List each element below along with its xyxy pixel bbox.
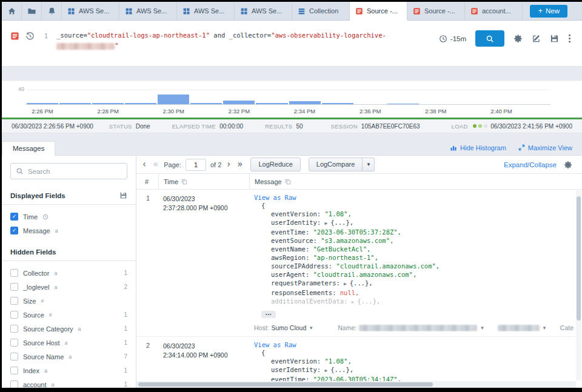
hidden-field-row[interactable]: Size# bbox=[2, 294, 136, 308]
search-button[interactable] bbox=[475, 30, 504, 47]
more-options-icon[interactable] bbox=[568, 34, 571, 43]
field-checkbox[interactable] bbox=[10, 269, 18, 277]
histogram-bar[interactable] bbox=[190, 103, 222, 104]
maximize-view-link[interactable]: Maximize View bbox=[518, 144, 572, 151]
table-settings-gear-icon[interactable] bbox=[564, 161, 572, 169]
hidden-field-row[interactable]: Indexa1 bbox=[2, 364, 136, 377]
field-checkbox[interactable]: ✓ bbox=[10, 213, 18, 221]
hidden-field-row[interactable]: Collectora1 bbox=[2, 266, 136, 280]
logcompare-dropdown-icon[interactable]: ▼ bbox=[363, 158, 375, 171]
fields-search-box[interactable] bbox=[10, 163, 127, 179]
last-page-icon[interactable]: » bbox=[236, 160, 244, 169]
view-as-raw-link[interactable]: View as Raw bbox=[254, 341, 576, 348]
host-value: Sumo Cloud bbox=[272, 324, 307, 331]
fields-search-input[interactable] bbox=[28, 168, 122, 175]
logcompare-button[interactable]: LogCompare bbox=[309, 158, 363, 171]
horizontal-scrollbar[interactable] bbox=[136, 381, 576, 388]
histogram-bar[interactable] bbox=[289, 101, 321, 104]
copy-icon[interactable] bbox=[285, 179, 291, 185]
log-source-icon bbox=[10, 32, 19, 41]
time-range-selector[interactable]: -15m bbox=[439, 35, 466, 43]
query-input[interactable]: _source="cloudtrail-logs-ap-northeast-1"… bbox=[56, 30, 386, 60]
hidden-field-row[interactable]: Source Namea7 bbox=[2, 350, 136, 364]
save-fields-icon[interactable] bbox=[119, 191, 127, 199]
query-history-icon[interactable] bbox=[25, 32, 35, 41]
home-button[interactable] bbox=[2, 2, 22, 20]
field-checkbox[interactable] bbox=[10, 353, 18, 360]
field-checkbox[interactable] bbox=[10, 380, 18, 388]
tab-source-active[interactable]: Source -... bbox=[350, 2, 407, 20]
expand-object-icon[interactable]: ▶ bbox=[352, 299, 358, 305]
histogram-bar[interactable] bbox=[125, 103, 156, 104]
tab-account[interactable]: account... bbox=[465, 2, 523, 20]
notifications-button[interactable] bbox=[42, 2, 62, 20]
logreduce-button[interactable]: LogReduce bbox=[250, 158, 300, 171]
histogram-bar[interactable] bbox=[59, 103, 91, 104]
histogram-bar[interactable] bbox=[223, 101, 255, 104]
tab-aws-search-3[interactable]: AWS Se... bbox=[177, 2, 235, 20]
field-checkbox[interactable] bbox=[10, 311, 18, 319]
chevron-down-icon[interactable]: ▼ bbox=[480, 325, 484, 331]
vertical-scrollbar-thumb[interactable] bbox=[577, 196, 581, 321]
json-line: eventTime: "2023-06-30T05:37:28Z", bbox=[254, 228, 576, 236]
hidden-field-row[interactable]: accounta1 bbox=[2, 377, 136, 388]
expand-object-icon[interactable]: ▶ bbox=[325, 368, 331, 373]
histogram-bar[interactable] bbox=[322, 103, 353, 104]
histogram-bar[interactable] bbox=[27, 103, 58, 104]
share-edit-icon[interactable] bbox=[532, 34, 541, 43]
histogram-bar[interactable] bbox=[256, 103, 287, 104]
first-page-icon[interactable]: « bbox=[152, 160, 159, 169]
row-time: 06/30/2023 2:34:14.000 PM +0900 bbox=[158, 337, 249, 388]
tab-collection[interactable]: Collection bbox=[292, 2, 350, 20]
query-code: and bbox=[210, 32, 229, 39]
show-more-button[interactable]: ••• bbox=[261, 311, 276, 318]
message-row[interactable]: 2 06/30/2023 2:34:14.000 PM +0900 View a… bbox=[136, 337, 582, 388]
column-header-index[interactable]: # bbox=[136, 178, 158, 185]
library-button[interactable] bbox=[22, 2, 42, 20]
copy-icon[interactable] bbox=[181, 179, 187, 185]
horizontal-scrollbar-thumb[interactable] bbox=[138, 382, 433, 387]
load-label: LOAD bbox=[452, 123, 468, 130]
next-page-icon[interactable]: › bbox=[226, 160, 232, 169]
view-as-raw-link[interactable]: View as Raw bbox=[254, 194, 576, 201]
column-header-message[interactable]: Message bbox=[249, 174, 582, 189]
field-checkbox[interactable] bbox=[10, 339, 18, 347]
messages-tab[interactable]: Messages bbox=[2, 141, 55, 156]
histogram-bar[interactable] bbox=[92, 103, 124, 104]
page-number-input[interactable] bbox=[186, 159, 206, 171]
chevron-down-icon[interactable]: ▼ bbox=[309, 325, 313, 331]
histogram-bar[interactable] bbox=[387, 104, 419, 104]
hidden-field-row[interactable]: Source#1 bbox=[2, 308, 136, 322]
prev-page-icon[interactable]: ‹ bbox=[141, 160, 147, 169]
field-count: 2 bbox=[124, 284, 127, 290]
hidden-field-row[interactable]: Source Categorya1 bbox=[2, 322, 136, 336]
field-checkbox[interactable] bbox=[10, 367, 18, 374]
displayed-field-time[interactable]: ✓ Time bbox=[2, 210, 136, 224]
displayed-field-message[interactable]: ✓ Message a bbox=[2, 224, 136, 238]
settings-gear-icon[interactable] bbox=[513, 34, 523, 43]
new-button[interactable]: + New bbox=[530, 5, 567, 18]
tab-aws-search-1[interactable]: AWS Se... bbox=[62, 2, 119, 20]
histogram-bar[interactable] bbox=[158, 95, 189, 104]
field-checkbox[interactable] bbox=[10, 325, 18, 333]
tab-aws-search-2[interactable]: AWS Se... bbox=[119, 2, 177, 20]
hidden-field-row[interactable]: _loglevela2 bbox=[2, 280, 136, 294]
field-checkbox[interactable] bbox=[10, 297, 18, 305]
field-checkbox[interactable]: ✓ bbox=[10, 227, 18, 234]
save-icon[interactable] bbox=[550, 34, 559, 43]
chevron-down-icon[interactable]: ▼ bbox=[542, 325, 547, 331]
hide-histogram-link[interactable]: Hide Histogram bbox=[450, 144, 506, 151]
vertical-scrollbar[interactable] bbox=[576, 190, 581, 380]
field-label: Source Name bbox=[23, 353, 64, 360]
field-checkbox[interactable] bbox=[10, 283, 18, 291]
messages-section: Messages Hide Histogram Maximize View bbox=[2, 140, 582, 388]
tab-aws-search-4[interactable]: AWS Se... bbox=[235, 2, 292, 20]
tab-source-2[interactable]: Source -... bbox=[407, 2, 465, 20]
column-header-time[interactable]: Time bbox=[158, 174, 249, 189]
hidden-field-row[interactable]: Source Hosta1 bbox=[2, 336, 136, 350]
message-row[interactable]: 1 06/30/2023 2:37:28.000 PM +0900 View a… bbox=[136, 190, 582, 337]
expand-collapse-link[interactable]: Expand/Collapse bbox=[504, 161, 557, 168]
expand-object-icon[interactable]: ▶ bbox=[325, 221, 331, 226]
expand-object-icon[interactable]: ▶ bbox=[344, 281, 350, 287]
home-icon bbox=[7, 7, 16, 16]
